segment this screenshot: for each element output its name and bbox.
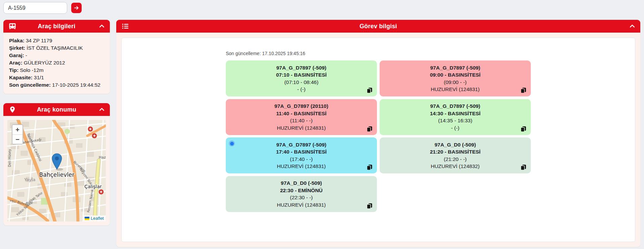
active-task-indicator-dot bbox=[229, 140, 235, 147]
card-garage: - (-) bbox=[380, 124, 531, 132]
ukraine-flag-icon bbox=[85, 217, 89, 220]
copy-icon[interactable] bbox=[520, 87, 526, 93]
card-garage: - (-) bbox=[226, 86, 377, 93]
svg-text:Hazi: Hazi bbox=[99, 155, 106, 160]
chevron-up-icon[interactable] bbox=[629, 23, 636, 30]
vehicle-info-header: Araç bilgileri bbox=[3, 20, 110, 33]
task-cards-container: Son güncelleme: 17.10.2025 19:45:16 97A_… bbox=[121, 38, 635, 242]
field-value: 31/1 bbox=[34, 75, 44, 80]
copy-icon[interactable] bbox=[520, 126, 526, 132]
vehicle-search-input[interactable] bbox=[3, 2, 67, 14]
task-card[interactable]: 97A_G_D7897 (-509) 14:30 - BASINSİTESİ (… bbox=[380, 99, 531, 135]
card-window: (11:40 - -) bbox=[226, 117, 377, 124]
search-submit-button[interactable] bbox=[71, 3, 82, 13]
vehicle-info-panel: Araç bilgileri Plaka:34 ZP 1179 Şirket:İ… bbox=[3, 20, 110, 94]
vehicle-field-arac: Araç:GÜLERYÜZ 2012 bbox=[9, 59, 104, 67]
map-label-calislar: Çalışlar bbox=[84, 184, 102, 189]
field-label: Araç: bbox=[9, 60, 23, 66]
vehicle-field-plaka: Plaka:34 ZP 1179 bbox=[9, 37, 104, 44]
map-zoom-in-button[interactable]: + bbox=[12, 125, 23, 134]
card-time-dest: 14:30 - BASINSİTESİ bbox=[380, 110, 531, 117]
card-garage: HUZUREVİ (124831) bbox=[380, 86, 531, 93]
card-garage: HUZUREVİ (124831) bbox=[226, 163, 377, 170]
field-value: Solo -12m bbox=[20, 67, 44, 73]
card-time-dest: 17:40 - BASINSİTESİ bbox=[226, 148, 377, 156]
card-route: 97A_G_D7897 (20110) bbox=[226, 102, 377, 110]
card-time-dest: 11:40 - BASINSİTESİ bbox=[226, 110, 377, 117]
vehicle-field-tip: Tip:Solo -12m bbox=[9, 67, 104, 74]
field-value: 34 ZP 1179 bbox=[26, 38, 52, 43]
card-time-dest: 09:00 - BASINSİTESİ bbox=[380, 71, 531, 79]
task-card[interactable]: 97A_D_D0 (-509) 22:30 - EMİNÖNÜ (22:30 -… bbox=[226, 176, 377, 212]
map-zoom-control: + − bbox=[12, 124, 23, 144]
card-window: (22:30 - -) bbox=[226, 194, 377, 201]
vehicle-location-panel: Araç konumu bbox=[3, 103, 110, 225]
card-route: 97A_G_D7897 (-509) bbox=[380, 64, 531, 72]
task-last-update: Son güncelleme: 17.10.2025 19:45:16 bbox=[226, 51, 531, 56]
card-route: 97A_D_D0 (-509) bbox=[226, 179, 377, 187]
card-window: (14:35 - 16:33) bbox=[380, 117, 531, 124]
arrow-right-icon bbox=[74, 5, 79, 11]
leaflet-map[interactable]: Talatpaşa Caddesi Bahar Sokağı Nurettinp… bbox=[7, 120, 106, 221]
leaflet-attribution-link[interactable]: Leaflet bbox=[91, 216, 104, 221]
copy-icon[interactable] bbox=[367, 164, 373, 170]
vehicle-location-title: Araç konumu bbox=[3, 106, 110, 113]
copy-icon[interactable] bbox=[367, 87, 373, 93]
map-pin-icon bbox=[9, 106, 16, 113]
task-info-panel: Görev bilgisi Son güncelleme: 17.10.2025… bbox=[116, 20, 640, 247]
card-garage: HUZUREVİ (124832) bbox=[380, 163, 531, 170]
card-route: 97A_G_D7897 (-509) bbox=[380, 102, 531, 110]
map-label-bahcelievler: Bahçelievler bbox=[39, 171, 75, 178]
field-label: Kapasite: bbox=[9, 75, 33, 80]
chevron-up-icon[interactable] bbox=[98, 23, 105, 30]
copy-icon[interactable] bbox=[367, 203, 373, 209]
card-route: 97A_G_D0 (-509) bbox=[380, 141, 531, 149]
task-card[interactable]: 97A_G_D7897 (-509) 07:10 - BASINSİTESİ (… bbox=[226, 60, 377, 96]
card-route: 97A_G_D7897 (-509) bbox=[226, 64, 377, 72]
task-info-header: Görev bilgisi bbox=[116, 20, 640, 33]
vehicle-field-kapasite: Kapasite:31/1 bbox=[9, 74, 104, 81]
field-value: 17-10-2025 19:44:52 bbox=[52, 82, 100, 88]
vehicle-field-garaj: Garaj:- bbox=[9, 52, 104, 59]
bus-icon bbox=[9, 23, 16, 30]
card-time-dest: 21:20 - BASINSİTESİ bbox=[380, 148, 531, 156]
vehicle-info-body: Plaka:34 ZP 1179 Şirket:İST ÖZEL TAŞIMAC… bbox=[3, 33, 110, 94]
chevron-up-icon[interactable] bbox=[98, 106, 105, 113]
vehicle-field-sirket: Şirket:İST ÖZEL TAŞIMACILIK bbox=[9, 44, 104, 52]
copy-icon[interactable] bbox=[520, 164, 526, 170]
card-window: (21:20 - -) bbox=[380, 156, 531, 163]
vehicle-location-header: Araç konumu bbox=[3, 103, 110, 116]
card-time-dest: 07:10 - BASINSİTESİ bbox=[226, 71, 377, 79]
card-window: (17:40 - -) bbox=[226, 156, 377, 163]
field-label: Garaj: bbox=[9, 52, 24, 58]
map-zoom-out-button[interactable]: − bbox=[12, 134, 23, 144]
task-card[interactable]: 97A_G_D7897 (-509) 09:00 - BASINSİTESİ (… bbox=[380, 60, 531, 96]
field-value: - bbox=[26, 52, 27, 58]
card-time-dest: 22:30 - EMİNÖNÜ bbox=[226, 187, 377, 194]
task-card[interactable]: 97A_G_D7897 (20110) 11:40 - BASINSİTESİ … bbox=[226, 99, 377, 135]
map-attribution: Leaflet bbox=[83, 215, 106, 221]
field-label: Son güncelleme: bbox=[9, 82, 51, 88]
field-value: GÜLERYÜZ 2012 bbox=[24, 60, 65, 66]
vehicle-info-title: Araç bilgileri bbox=[3, 23, 110, 30]
svg-text:Deli Hüsey: Deli Hüsey bbox=[8, 149, 11, 167]
search-bar bbox=[3, 2, 82, 14]
card-window: (09:00 - -) bbox=[380, 79, 531, 86]
task-card-active[interactable]: 97A_G_D7897 (-509) 17:40 - BASINSİTESİ (… bbox=[226, 137, 377, 173]
task-card[interactable]: 97A_G_D0 (-509) 21:20 - BASINSİTESİ (21:… bbox=[380, 137, 531, 173]
map-label-yayla: Yayla bbox=[24, 177, 35, 182]
vehicle-field-son-guncelleme: Son güncelleme:17-10-2025 19:44:52 bbox=[9, 81, 104, 89]
task-info-title: Görev bilgisi bbox=[116, 23, 640, 30]
left-column: Araç bilgileri Plaka:34 ZP 1179 Şirket:İ… bbox=[3, 20, 110, 225]
task-info-body: Son güncelleme: 17.10.2025 19:45:16 97A_… bbox=[116, 33, 640, 247]
task-cards-grid: 97A_G_D7897 (-509) 07:10 - BASINSİTESİ (… bbox=[226, 60, 531, 212]
card-route: 97A_G_D7897 (-509) bbox=[226, 141, 377, 149]
card-garage: HUZUREVİ (124831) bbox=[226, 201, 377, 209]
list-icon[interactable] bbox=[122, 23, 129, 30]
card-garage: HUZUREVİ (124831) bbox=[226, 124, 377, 132]
copy-icon[interactable] bbox=[367, 126, 373, 132]
card-window: (07:10 - 08:46) bbox=[226, 79, 377, 86]
vehicle-location-body: Talatpaşa Caddesi Bahar Sokağı Nurettinp… bbox=[3, 116, 110, 225]
field-label: Plaka: bbox=[9, 38, 25, 43]
field-label: Şirket: bbox=[9, 45, 25, 51]
